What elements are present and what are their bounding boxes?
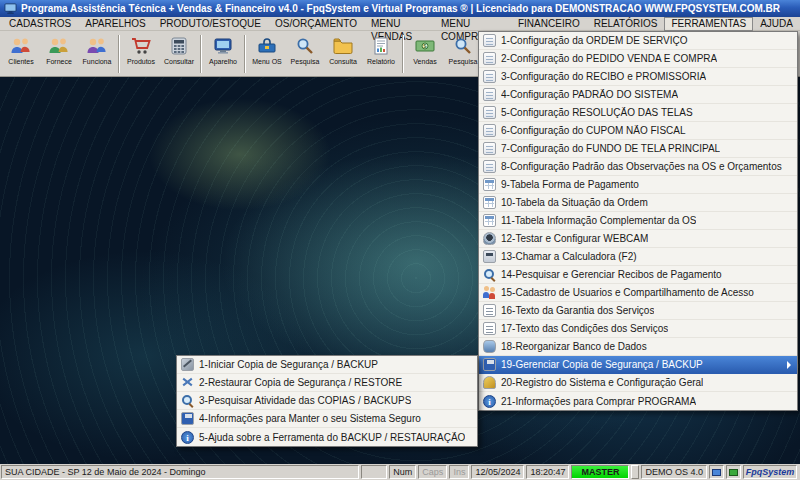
device-button[interactable]: Aparelho — [204, 32, 242, 76]
menu-item-comprar-programa[interactable]: 21-Informações para Comprar PROGRAMA — [479, 392, 797, 410]
menu-aparelhos[interactable]: APARELHOS — [78, 17, 152, 31]
help-icon — [181, 431, 194, 444]
os-consult-button[interactable]: Consulta — [324, 32, 362, 76]
config-doc-icon — [483, 70, 496, 83]
submenu-item-ajuda-backup[interactable]: 5-Ajuda sobre a Ferramenta do BACKUP / R… — [177, 428, 477, 446]
menu-item-texto-garantia[interactable]: 16-Texto da Garantia dos Serviços — [479, 302, 797, 320]
menu-produto-estoque[interactable]: PRODUTO/ESTOQUE — [153, 17, 268, 31]
title-bar: Programa Assistência Técnica + Vendas & … — [0, 0, 800, 17]
menu-item-config-observacoes[interactable]: 8-Configuração Padrão das Observações na… — [479, 158, 797, 176]
backup-submenu: 1-Iniciar Copia de Segurança / BACKUP 2-… — [176, 355, 478, 447]
report-icon — [370, 35, 392, 57]
text-icon — [483, 322, 496, 335]
calculator-icon — [483, 250, 496, 263]
os-search-button[interactable]: Pesquisa — [286, 32, 324, 76]
menu-item-config-pedido[interactable]: 2-Configuração do PEDIDO VENDA E COMPRA — [479, 50, 797, 68]
products-label: Produtos — [127, 58, 155, 65]
menu-cadastros[interactable]: CADASTROS — [2, 17, 78, 31]
menu-compras[interactable]: MENU COMPRAS — [434, 17, 511, 31]
submenu-item-pesquisar-copias[interactable]: 3-Pesquisar Atividade das COPIAS / BACKU… — [177, 392, 477, 410]
menu-item-texto-condicoes[interactable]: 17-Texto das Condições dos Serviços — [479, 320, 797, 338]
money-icon: $ — [414, 35, 436, 57]
menu-os-label: Menu OS — [252, 58, 282, 65]
menu-item-config-cupom[interactable]: 6-Configuração do CUPOM NÃO FISCAL — [479, 122, 797, 140]
menu-item-calculadora[interactable]: 13-Chamar a Calculadora (F2) — [479, 248, 797, 266]
toolbar-separator — [402, 35, 404, 73]
suppliers-icon — [48, 35, 70, 57]
search-icon — [483, 268, 496, 281]
menu-relatorios[interactable]: RELATÓRIOS — [587, 17, 665, 31]
menu-item-tabela-info-complementar[interactable]: 11-Tabela Informação Complementar da OS — [479, 212, 797, 230]
menu-item-cadastro-usuarios[interactable]: 15-Cadastro de Usuarios e Compartilhamen… — [479, 284, 797, 302]
status-time: 18:20:47 — [526, 465, 569, 479]
menu-item-webcam[interactable]: 12-Testar e Configurar WEBCAM — [479, 230, 797, 248]
menu-ajuda[interactable]: AJUDA — [753, 17, 800, 31]
employees-icon — [86, 35, 108, 57]
menu-item-config-padrao-sistema[interactable]: 4-Configuração PADRÃO DO SISTEMA — [479, 86, 797, 104]
menu-item-config-fundo-tela[interactable]: 7-Configuração do FUNDO DE TELA PRINCIPA… — [479, 140, 797, 158]
clients-button[interactable]: Clientes — [2, 32, 40, 76]
toolbar-separator — [244, 35, 246, 73]
submenu-arrow-icon — [787, 361, 791, 369]
cart-icon — [130, 35, 152, 57]
table-icon — [483, 214, 496, 227]
menu-item-config-ordem-servico[interactable]: 1-Configuração da ORDEM DE SERVIÇO — [479, 32, 797, 50]
menu-item-gerenciar-backup[interactable]: 19-Gerenciar Copia de Segurança / BACKUP — [479, 356, 797, 374]
employees-button[interactable]: Funciona — [78, 32, 116, 76]
config-doc-icon — [483, 52, 496, 65]
status-bar: SUA CIDADE - SP 12 de Maio de 2024 - Dom… — [0, 464, 800, 480]
folder-icon — [332, 35, 354, 57]
config-doc-icon — [483, 124, 496, 137]
calculator-icon — [168, 35, 190, 57]
submenu-item-iniciar-backup[interactable]: 1-Iniciar Copia de Segurança / BACKUP — [177, 356, 477, 374]
status-spacer — [361, 465, 387, 479]
os-search-label: Pesquisa — [291, 58, 320, 65]
os-consult-label: Consulta — [329, 58, 357, 65]
menu-financeiro[interactable]: FINANCEIRO — [511, 17, 587, 31]
menu-item-tabela-pagamento[interactable]: 9-Tabela Forma de Pagamento — [479, 176, 797, 194]
menu-os-orcamento[interactable]: OS/ORÇAMENTO — [268, 17, 364, 31]
menu-item-reorganizar-banco[interactable]: 18-Reorganizar Banco de Dados — [479, 338, 797, 356]
menu-item-config-resolucao[interactable]: 5-Configuração RESOLUÇÃO DAS TELAS — [479, 104, 797, 122]
submenu-item-informacoes-seguranca[interactable]: 4-Informações para Manter o seu Sistema … — [177, 410, 477, 428]
users-icon — [483, 286, 496, 299]
products-button[interactable]: Produtos — [122, 32, 160, 76]
menu-item-tabela-situacao[interactable]: 10-Tabela da Situação da Ordem — [479, 194, 797, 212]
clients-label: Clientes — [8, 58, 33, 65]
status-num-lock: Num — [389, 465, 416, 479]
app-icon — [4, 2, 17, 15]
suppliers-button[interactable]: Fornece — [40, 32, 78, 76]
os-report-button[interactable]: Relatório — [362, 32, 400, 76]
suppliers-label: Fornece — [46, 58, 72, 65]
toolbar-separator — [118, 35, 120, 73]
menu-item-config-recibo[interactable]: 3-Configuração do RECIBO e PROMISSÓRIA — [479, 68, 797, 86]
table-icon — [483, 178, 496, 191]
sales-search-button[interactable]: Pesquisa — [444, 32, 482, 76]
menu-ferramentas[interactable]: FERRAMENTAS — [664, 17, 753, 31]
menu-bar: CADASTROS APARELHOS PRODUTO/ESTOQUE OS/O… — [0, 17, 800, 31]
menu-item-registro-sistema[interactable]: 20-Registro do Sistema e Configuração Ge… — [479, 374, 797, 392]
info-icon — [483, 395, 496, 408]
config-doc-icon — [483, 142, 496, 155]
tools-icon — [181, 358, 194, 371]
clients-icon — [10, 35, 32, 57]
backup-disk-icon — [483, 358, 496, 371]
toolbox-icon — [256, 35, 278, 57]
sales-button[interactable]: $ Vendas — [406, 32, 444, 76]
menu-item-pesquisar-recibos[interactable]: 14-Pesquisar e Gerenciar Recibos de Paga… — [479, 266, 797, 284]
submenu-item-restaurar-restore[interactable]: 2-Restaurar Copia de Segurança / RESTORE — [177, 374, 477, 392]
consult-products-button[interactable]: Consultar — [160, 32, 198, 76]
window-title: Programa Assistência Técnica + Vendas & … — [21, 3, 780, 14]
restore-icon — [181, 376, 194, 389]
device-label: Aparelho — [209, 58, 237, 65]
webcam-icon — [483, 232, 496, 245]
sales-label: Vendas — [413, 58, 436, 65]
menu-os-button[interactable]: Menu OS — [248, 32, 286, 76]
status-divider — [631, 465, 639, 479]
menu-vendas[interactable]: MENU VENDAS — [364, 17, 434, 31]
consult-products-label: Consultar — [164, 58, 194, 65]
status-location: SUA CIDADE - SP 12 de Maio de 2024 - Dom… — [1, 465, 359, 479]
status-caps-lock: Caps — [418, 465, 447, 479]
sales-search-label: Pesquisa — [449, 58, 478, 65]
status-date: 12/05/2024 — [471, 465, 524, 479]
